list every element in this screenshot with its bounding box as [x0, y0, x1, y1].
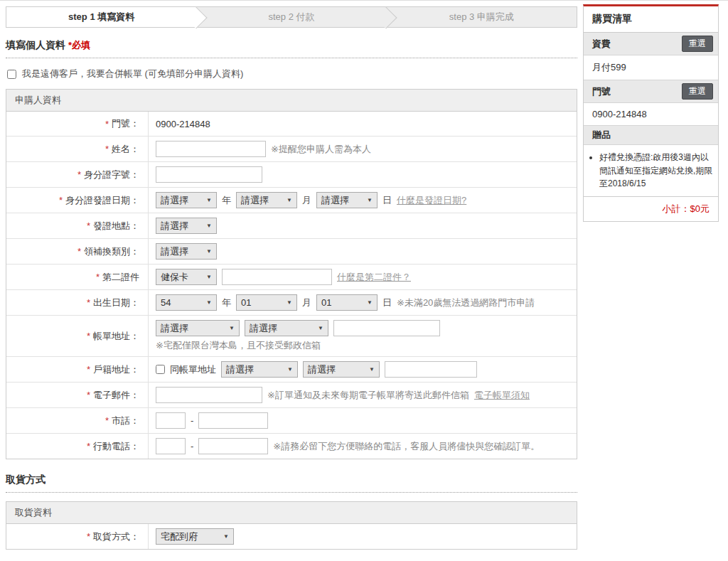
registered-address-label: 戶籍地址：	[93, 363, 139, 376]
reselect-plan-button[interactable]: 重選	[682, 36, 713, 52]
delivery-info-box: 取貨資料 *取貨方式： 宅配到府▼	[6, 501, 577, 550]
dropdown-arrow-icon: ▼	[287, 366, 293, 373]
second-id-label: 第二證件	[102, 271, 139, 284]
dropdown-arrow-icon: ▼	[206, 248, 212, 255]
name-label: 姓名：	[112, 143, 139, 156]
second-id-type-select[interactable]: 健保卡▼	[156, 269, 217, 285]
purchase-list-panel: 購買清單 資費 重選 月付599 門號 重選 0900-214848 贈品 好禮…	[583, 4, 719, 222]
month-unit: 月	[302, 296, 311, 309]
required-asterisk: *	[77, 169, 81, 180]
landline-area-code-input[interactable]	[156, 412, 186, 429]
delivery-method-label: 取貨方式：	[93, 530, 139, 543]
bill-address-city-value: 請選擇	[161, 322, 188, 335]
plan-section-title: 資費	[592, 38, 611, 50]
same-as-bill-address-checkbox[interactable]	[156, 365, 165, 374]
step-1-tab[interactable]: step 1 填寫資料	[6, 7, 196, 27]
reselect-number-button[interactable]: 重選	[682, 83, 713, 100]
birth-year-value: 54	[161, 297, 171, 308]
id-number-input[interactable]	[156, 166, 262, 183]
birth-month-value: 01	[241, 297, 251, 308]
dropdown-arrow-icon: ▼	[287, 197, 292, 203]
number-value: 0900-214848	[584, 103, 718, 126]
required-note: *必填	[68, 40, 90, 50]
year-unit: 年	[222, 296, 231, 309]
day-unit: 日	[382, 296, 392, 309]
name-hint: ※提醒您申購人需為本人	[271, 143, 371, 156]
field-row-phone: *門號： 0900-214848	[6, 112, 577, 137]
dropdown-arrow-icon: ▼	[369, 366, 375, 373]
bill-address-district-value: 請選擇	[250, 322, 277, 335]
required-asterisk: *	[96, 272, 100, 282]
mobile-hint: ※請務必留下您方便聯絡的電話，客服人員將儘快與您確認訂單。	[273, 440, 540, 453]
what-is-second-id-link[interactable]: 什麼是第二證件？	[337, 271, 411, 284]
step-progress-bar: step 1 填寫資料 step 2 付款 step 3 申購完成	[6, 6, 577, 28]
birth-month-select[interactable]: 01▼	[236, 294, 297, 311]
required-asterisk: *	[77, 246, 81, 257]
gift-section-title: 贈品	[592, 129, 611, 141]
second-id-type-value: 健保卡	[161, 271, 188, 284]
registered-address-city-value: 請選擇	[226, 363, 254, 376]
applicant-info-box: 申購人資料 *門號： 0900-214848 *姓名： ※提醒您申購人需為本人 …	[6, 89, 577, 459]
dropdown-arrow-icon: ▼	[223, 533, 229, 540]
merge-billing-checkbox[interactable]	[7, 70, 16, 79]
delivery-method-select[interactable]: 宅配到府▼	[156, 528, 234, 545]
what-is-issue-date-link[interactable]: 什麼是發證日期?	[397, 194, 466, 207]
main-content: step 1 填寫資料 step 2 付款 step 3 申購完成 填寫個人資料…	[6, 6, 577, 550]
dropdown-arrow-icon: ▼	[367, 197, 373, 203]
mobile-prefix-input[interactable]	[156, 438, 186, 454]
id-number-label: 身分證字號：	[84, 169, 139, 181]
field-row-email: *電子郵件： ※訂單通知及未來每期電子帳單將寄送此郵件信箱 電子帳單須知	[6, 383, 577, 408]
issue-place-value: 請選擇	[161, 220, 188, 233]
issue-place-select[interactable]: 請選擇▼	[156, 218, 217, 234]
landline-number-input[interactable]	[198, 412, 268, 429]
registered-address-input[interactable]	[385, 361, 477, 378]
bill-address-input[interactable]	[333, 320, 440, 336]
email-input[interactable]	[156, 387, 262, 403]
id-issue-day-select[interactable]: 請選擇▼	[316, 192, 378, 208]
dropdown-arrow-icon: ▼	[318, 325, 323, 331]
required-asterisk: *	[87, 331, 90, 341]
applicant-box-title: 申購人資料	[6, 90, 577, 112]
phone-separator: -	[191, 415, 193, 426]
second-id-input[interactable]	[222, 269, 332, 285]
field-row-mobile: *行動電話： - ※請務必留下您方便聯絡的電話，客服人員將儘快與您確認訂單。	[6, 434, 577, 459]
personal-info-section-title: 填寫個人資料*必填	[6, 39, 577, 58]
gift-section-header: 贈品	[584, 126, 718, 145]
id-issue-month-select[interactable]: 請選擇▼	[236, 192, 297, 208]
ebill-notice-link[interactable]: 電子帳單須知	[474, 389, 530, 402]
bill-address-city-select[interactable]: 請選擇▼	[156, 320, 240, 336]
name-input[interactable]	[156, 141, 266, 157]
registered-address-district-select[interactable]: 請選擇▼	[303, 361, 380, 378]
required-asterisk: *	[87, 531, 90, 542]
field-row-id-issue-date: *身分證發證日期： 請選擇▼ 年 請選擇▼ 月 請選擇▼ 日 什麼是發證日期?	[6, 188, 577, 213]
id-issue-date-label: 身分證發證日期：	[65, 194, 139, 207]
email-label: 電子郵件：	[93, 389, 139, 402]
birth-date-hint: ※未滿20歲無法透過網路門市申請	[397, 296, 535, 309]
field-row-birth-date: *出生日期： 54▼ 年 01▼ 月 01▼ 日 ※未滿20歲無法透過網路門市申…	[6, 290, 577, 316]
required-asterisk: *	[105, 415, 109, 426]
bill-address-label: 帳單地址：	[93, 330, 139, 343]
birth-day-select[interactable]: 01▼	[316, 294, 378, 311]
id-issue-year-select[interactable]: 請選擇▼	[156, 192, 217, 208]
dropdown-arrow-icon: ▼	[367, 299, 373, 306]
purchase-list-title: 購買清單	[584, 6, 718, 33]
step-2-tab: step 2 付款	[196, 7, 386, 27]
subtotal: 小計：$0元	[584, 197, 718, 221]
bill-address-hint: ※宅配僅限台灣本島，且不接受郵政信箱	[156, 339, 321, 352]
same-as-bill-address-label: 同帳單地址	[170, 363, 216, 376]
mobile-number-input[interactable]	[198, 438, 268, 454]
issue-type-select[interactable]: 請選擇▼	[156, 243, 217, 260]
email-hint: ※訂單通知及未來每期電子帳單將寄送此郵件信箱	[267, 389, 469, 402]
plan-section-header: 資費 重選	[584, 33, 718, 55]
registered-address-city-select[interactable]: 請選擇▼	[221, 361, 298, 378]
bill-address-district-select[interactable]: 請選擇▼	[245, 320, 328, 336]
mobile-label: 行動電話：	[93, 440, 139, 453]
day-unit: 日	[382, 194, 392, 207]
required-asterisk: *	[59, 195, 63, 205]
personal-info-title-text: 填寫個人資料	[6, 39, 65, 50]
delivery-box-title: 取貨資料	[6, 502, 577, 524]
id-issue-year-value: 請選擇	[161, 194, 188, 207]
step-3-tab: step 3 申購完成	[387, 7, 577, 27]
merge-billing-row: 我是遠傳客戶，我要合併帳單 (可免填部分申購人資料)	[7, 68, 577, 80]
birth-year-select[interactable]: 54▼	[156, 294, 217, 311]
